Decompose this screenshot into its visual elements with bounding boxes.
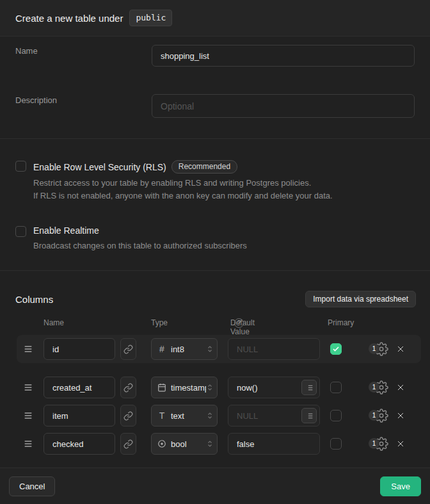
- rls-label: Enable Row Level Security (RLS): [33, 162, 166, 172]
- type-select[interactable]: timestamptz: [151, 377, 218, 398]
- table-options-section: Enable Row Level Security (RLS) Recommen…: [0, 139, 430, 271]
- description-label: Description: [15, 95, 57, 105]
- drag-handle-icon[interactable]: [23, 344, 33, 354]
- dialog-title: Create a new table under: [15, 13, 123, 24]
- settings-count-badge: 1: [369, 410, 379, 421]
- column-settings-button[interactable]: 1: [369, 437, 390, 451]
- help-icon[interactable]: ?: [234, 318, 244, 328]
- create-table-dialog: Create a new table under public Name Des…: [0, 0, 430, 504]
- rls-description: Restrict access to your table by enablin…: [33, 177, 333, 202]
- column-name-input[interactable]: [44, 338, 115, 360]
- realtime-label: Enable Realtime: [33, 225, 99, 236]
- realtime-label-row: Enable Realtime: [33, 225, 99, 236]
- type-select[interactable]: bool: [151, 433, 218, 455]
- table-details-section: Name Description: [0, 37, 430, 139]
- dialog-header: Create a new table under public: [0, 0, 430, 37]
- delete-column-button[interactable]: [395, 344, 406, 354]
- settings-count-badge: 1: [369, 343, 379, 354]
- delete-column-button[interactable]: [395, 382, 406, 393]
- drag-handle-icon[interactable]: [23, 439, 33, 449]
- realtime-checkbox[interactable]: [15, 226, 26, 237]
- cancel-button[interactable]: Cancel: [9, 476, 55, 496]
- calendar-icon: [157, 383, 167, 392]
- primary-checkbox[interactable]: [330, 410, 342, 421]
- default-value-input[interactable]: [228, 433, 320, 455]
- primary-checkbox[interactable]: [330, 343, 342, 355]
- default-value-wrap: [228, 433, 320, 455]
- foreign-key-link-icon[interactable]: [120, 433, 136, 455]
- column-name-input[interactable]: [44, 433, 115, 455]
- drag-handle-icon[interactable]: [23, 411, 33, 421]
- type-value: timestamptz: [171, 383, 206, 393]
- rls-label-row: Enable Row Level Security (RLS) Recommen…: [33, 160, 237, 174]
- default-value-wrap: [228, 405, 320, 427]
- column-row-created-at: timestamptz 1: [0, 373, 430, 402]
- import-spreadsheet-button[interactable]: Import data via spreadsheet: [305, 291, 416, 307]
- text-type-icon: T: [157, 411, 167, 421]
- rls-description-line2: If RLS is not enabled, anyone with the a…: [33, 191, 333, 200]
- default-value-menu-icon[interactable]: [301, 380, 317, 395]
- chevron-updown-icon: [206, 345, 214, 353]
- column-settings-button[interactable]: 1: [369, 380, 390, 394]
- table-description-input[interactable]: [152, 94, 415, 118]
- type-select[interactable]: # int8: [151, 338, 218, 360]
- check-icon: [332, 345, 340, 353]
- default-value-wrap: [228, 377, 320, 398]
- drag-handle-icon[interactable]: [23, 382, 33, 393]
- boolean-icon: [157, 439, 167, 448]
- type-value: bool: [171, 439, 206, 449]
- delete-column-button[interactable]: [395, 439, 406, 449]
- column-settings-button[interactable]: 1: [369, 409, 390, 423]
- type-select[interactable]: T text: [151, 405, 218, 427]
- foreign-key-link-icon[interactable]: [120, 338, 136, 360]
- default-value-wrap: [228, 338, 320, 360]
- rls-checkbox[interactable]: [15, 161, 26, 172]
- columns-header: Columns Import data via spreadsheet: [15, 291, 416, 307]
- header-name: Name: [44, 318, 64, 327]
- columns-section: Columns Import data via spreadsheet Name…: [0, 271, 430, 468]
- foreign-key-link-icon[interactable]: [120, 377, 136, 398]
- chevron-updown-icon: [206, 412, 214, 419]
- name-label: Name: [15, 46, 38, 56]
- schema-badge: public: [129, 10, 172, 26]
- primary-checkbox[interactable]: [330, 382, 342, 393]
- column-row-checked: bool 1: [0, 430, 430, 458]
- dialog-footer: Cancel Save: [0, 468, 430, 504]
- chevron-updown-icon: [206, 384, 214, 391]
- column-name-input[interactable]: [44, 405, 115, 427]
- column-rows: # int8 1: [0, 335, 430, 458]
- primary-checkbox[interactable]: [330, 438, 342, 450]
- hash-icon: #: [157, 344, 167, 354]
- column-row-item: T text 1: [0, 402, 430, 430]
- chevron-updown-icon: [206, 440, 214, 448]
- header-primary: Primary: [328, 318, 354, 327]
- column-grid-headers: Name Type Default Value? Primary: [0, 318, 430, 329]
- columns-title: Columns: [15, 294, 53, 305]
- column-name-input[interactable]: [44, 377, 115, 398]
- type-value: int8: [171, 345, 206, 354]
- foreign-key-link-icon[interactable]: [120, 405, 136, 427]
- delete-column-button[interactable]: [395, 411, 406, 421]
- rls-description-line1: Restrict access to your table by enablin…: [33, 178, 311, 188]
- settings-count-badge: 1: [369, 438, 379, 449]
- realtime-description: Broadcast changes on this table to autho…: [33, 240, 247, 252]
- recommended-badge: Recommended: [171, 160, 237, 174]
- default-value-menu-icon[interactable]: [301, 408, 317, 423]
- save-button[interactable]: Save: [380, 476, 421, 496]
- settings-count-badge: 1: [369, 382, 379, 393]
- type-value: text: [171, 411, 206, 421]
- header-type: Type: [151, 318, 168, 327]
- default-value-input[interactable]: [228, 338, 320, 360]
- column-settings-button[interactable]: 1: [369, 342, 390, 356]
- column-row-id: # int8 1: [0, 335, 430, 363]
- table-name-input[interactable]: [152, 45, 415, 67]
